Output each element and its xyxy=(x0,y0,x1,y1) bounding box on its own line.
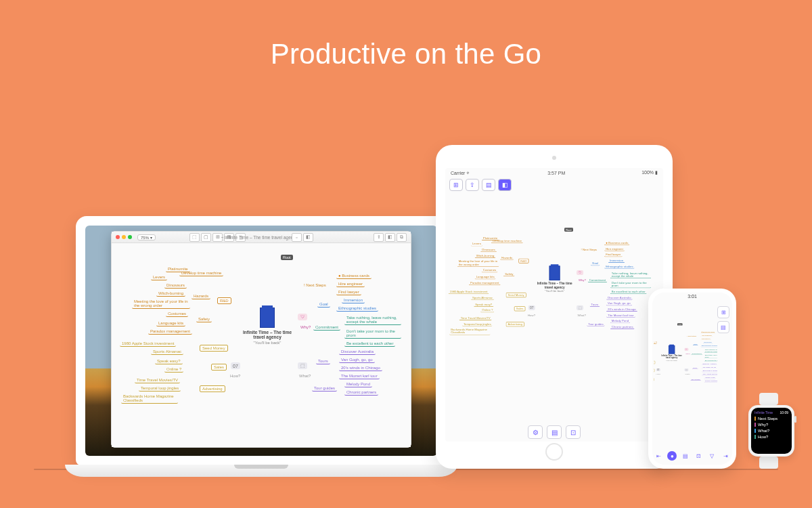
node-movies[interactable]: Time Travel Movies/TV xyxy=(459,316,491,320)
node-costumes[interactable]: Costumes xyxy=(482,268,498,272)
node-tour-guides[interactable]: Tour guides xyxy=(312,385,337,391)
iphone-back-icon[interactable]: ⇤ xyxy=(654,451,664,461)
how-pill[interactable]: 07 xyxy=(528,305,535,310)
node-ethno[interactable]: Ethnographic studies xyxy=(336,305,378,312)
watch-crown[interactable] xyxy=(794,416,796,423)
ipad-settings-icon[interactable]: ⚙ xyxy=(528,425,543,439)
node-immersion[interactable]: Immersion xyxy=(608,259,625,263)
node-chronic[interactable]: Chronic partners xyxy=(344,389,378,396)
node-what[interactable]: What? xyxy=(684,373,691,375)
node-speak-easy[interactable]: Speak easy? xyxy=(155,358,183,364)
node-how[interactable]: How? xyxy=(655,373,661,375)
node-safety[interactable]: Safety xyxy=(196,316,212,322)
node-develop[interactable]: Develop time machine xyxy=(491,239,523,243)
node-tour-guides[interactable]: Tour guides xyxy=(587,322,605,326)
node-speak-easy[interactable]: Speak easy? xyxy=(474,302,493,306)
ipad-documents-icon[interactable]: ⊞ xyxy=(449,179,463,191)
iphone-outline-icon[interactable]: ▤ xyxy=(717,321,729,333)
cat-sales[interactable]: Sales xyxy=(654,369,654,372)
ipad-style-icon[interactable]: ▤ xyxy=(547,425,562,439)
cat-rd[interactable]: R&D xyxy=(217,297,231,304)
node-excellent[interactable]: Be excellent to each other xyxy=(704,359,717,362)
node-magazine[interactable]: Backwards Home Magazine Classifieds xyxy=(449,328,490,335)
node-why[interactable]: Why? xyxy=(685,352,691,354)
node-levers[interactable]: Levers xyxy=(151,274,167,280)
cat-seed-money[interactable]: Seed Money xyxy=(654,361,655,364)
center-node[interactable]: Infinite Time – The time travel agency "… xyxy=(240,308,294,345)
node-commitment[interactable]: Commitment xyxy=(691,352,702,355)
node-excellent[interactable]: Be excellent to each other xyxy=(344,341,395,347)
why-pill[interactable]: ♡ xyxy=(685,348,689,351)
node-next-steps[interactable]: ! Next Steps xyxy=(302,282,328,288)
node-tours[interactable]: Tours xyxy=(316,358,330,364)
node-paradox[interactable]: Paradox management xyxy=(148,329,192,335)
node-goal[interactable]: Goal xyxy=(693,343,698,345)
node-immersion[interactable]: Immersion xyxy=(703,341,713,344)
node-what[interactable]: What? xyxy=(297,373,313,379)
node-chicago[interactable]: 20's winds in Chicago xyxy=(339,365,382,371)
node-commitment[interactable]: Commitment xyxy=(588,278,608,282)
node-jingles[interactable]: Temporal loop jingles xyxy=(139,385,181,391)
toolbar-panel-icon[interactable]: ◧ xyxy=(303,233,313,242)
root-chip[interactable]: Root xyxy=(677,323,682,325)
what-pill[interactable]: ⬚ xyxy=(685,368,689,371)
node-hire-engineer[interactable]: Hire engineer xyxy=(336,281,365,287)
node-find-lawyer[interactable]: Find lawyer xyxy=(700,338,710,341)
node-chronic[interactable]: Chronic partners xyxy=(610,325,635,329)
node-biz-cards[interactable]: ● Business cards xyxy=(700,331,715,333)
node-tours[interactable]: Tours xyxy=(692,366,698,369)
node-take-nothing[interactable]: Take nothing, leave nothing, except the … xyxy=(344,315,401,325)
node-hazards[interactable]: Hazards xyxy=(191,293,210,299)
node-melody[interactable]: Melody Pond xyxy=(344,381,372,387)
node-why[interactable]: Why? xyxy=(298,324,313,330)
node-chicago[interactable]: 20's winds in Chicago xyxy=(606,308,637,312)
node-language[interactable]: Language kits xyxy=(475,275,496,279)
iphone-add-icon[interactable]: ● xyxy=(667,451,677,461)
node-australia[interactable]: Discover Australia xyxy=(339,349,376,355)
node-meeting-love[interactable]: Meeting the love of your life in the wro… xyxy=(457,259,499,267)
center-node[interactable]: Infinite Time – The time travel agency "… xyxy=(660,345,683,361)
node-paradox[interactable]: Paradox management xyxy=(469,281,501,285)
node-take-nothing[interactable]: Take nothing, leave nothing, except the … xyxy=(610,271,651,278)
root-chip[interactable]: Root xyxy=(564,228,573,232)
node-tour-guides[interactable]: Tour guides xyxy=(690,378,701,381)
node-mom-prom[interactable]: Don't take your mom to the prom xyxy=(704,354,717,358)
node-online[interactable]: Online ? xyxy=(164,366,183,373)
node-australia[interactable]: Discover Australia xyxy=(702,363,717,366)
watch-screen[interactable]: Infinite Time 10:09 Next StepsWhy?What?H… xyxy=(751,408,792,454)
mindmap-canvas[interactable]: Root Infinite Time – The time travel age… xyxy=(112,243,411,447)
iphone-forward-icon[interactable]: ⇥ xyxy=(721,451,730,461)
node-costumes[interactable]: Costumes xyxy=(166,311,188,317)
watch-list[interactable]: Next StepsWhy?What?How? xyxy=(754,417,788,439)
node-goal[interactable]: Goal xyxy=(591,261,600,266)
node-what[interactable]: What? xyxy=(576,313,587,317)
iphone-documents-icon[interactable]: ⊞ xyxy=(717,306,729,318)
node-ethno[interactable]: Ethnographic studies xyxy=(700,345,717,347)
node-australia[interactable]: Discover Australia xyxy=(606,295,633,299)
node-excellent[interactable]: Be excellent to each other xyxy=(610,290,647,294)
watch-item[interactable]: How? xyxy=(754,435,788,439)
node-find-lawyer[interactable]: Find lawyer xyxy=(336,289,361,295)
node-vangogh[interactable]: Van Gogh, go, go xyxy=(702,366,717,369)
cat-seed-money[interactable]: Seed Money xyxy=(506,293,526,297)
how-pill[interactable]: 07 xyxy=(656,368,660,371)
node-magazine[interactable]: Backwards Home Magazine Classifieds xyxy=(121,394,178,404)
node-find-lawyer[interactable]: Find lawyer xyxy=(604,253,622,257)
why-pill[interactable]: ♡ xyxy=(577,270,583,275)
node-goal[interactable]: Goal xyxy=(317,301,330,308)
node-mozart[interactable]: The Mozart karl tour xyxy=(702,373,717,376)
iphone-filter-icon[interactable]: ▽ xyxy=(707,451,717,461)
node-meeting-love[interactable]: Meeting the love of your life in the wro… xyxy=(132,299,190,309)
what-pill[interactable]: ⬚ xyxy=(577,305,583,310)
node-immersion[interactable]: Immersion xyxy=(342,297,365,303)
node-levers[interactable]: Levers xyxy=(471,242,482,246)
node-almanac[interactable]: Sports Almanac xyxy=(151,349,183,355)
watch-item[interactable]: Why? xyxy=(754,423,788,427)
node-mozart[interactable]: The Mozart karl tour xyxy=(606,313,635,317)
node-vangogh[interactable]: Van Gogh, go, go xyxy=(339,357,375,363)
cat-seed-money[interactable]: Seed Money xyxy=(200,345,228,352)
ipad-home-button[interactable] xyxy=(545,443,563,461)
share-icon[interactable]: ⇪ xyxy=(374,233,384,242)
node-apple-stock[interactable]: 1980 Apple Stock investment xyxy=(120,341,176,347)
ipad-outline-icon[interactable]: ▤ xyxy=(482,179,495,191)
